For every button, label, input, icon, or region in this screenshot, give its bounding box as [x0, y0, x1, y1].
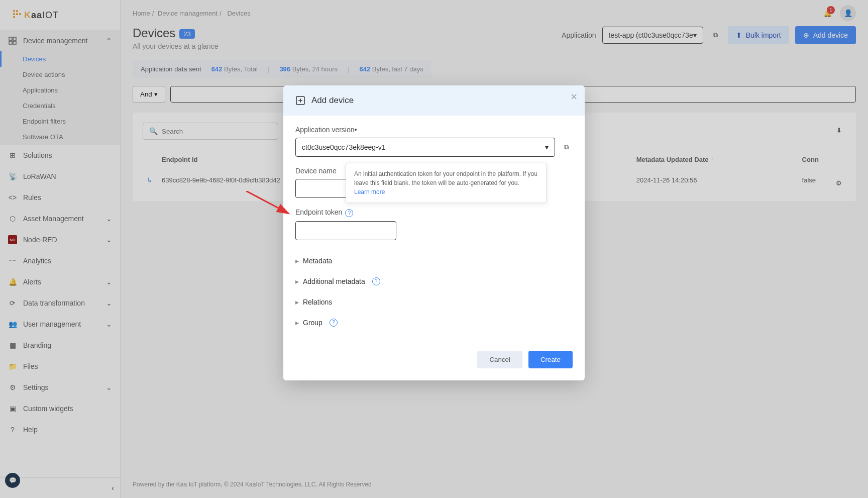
section-additional-metadata[interactable]: ▸Additional metadata? [295, 271, 573, 291]
section-label: Metadata [303, 257, 332, 265]
modal-close-button[interactable]: ✕ [570, 91, 578, 103]
add-icon [295, 95, 305, 106]
modal-footer: Cancel Create [283, 343, 585, 380]
section-relations[interactable]: ▸Relations [295, 291, 573, 312]
cancel-button[interactable]: Cancel [477, 351, 522, 368]
svg-line-10 [246, 191, 289, 214]
section-label: Group [303, 319, 322, 327]
app-version-select[interactable]: ct0c3use0qcc73ek8eeg-v1 ▾ [295, 138, 555, 157]
create-button[interactable]: Create [528, 351, 573, 368]
add-device-modal: ✕ Add device Application version• ct0c3u… [283, 85, 585, 380]
section-label: Additional metadata [303, 277, 365, 285]
tooltip-learn-more-link[interactable]: Learn more [354, 188, 385, 195]
endpoint-token-input[interactable] [295, 221, 396, 240]
modal-overlay[interactable]: ✕ Add device Application version• ct0c3u… [0, 0, 868, 498]
section-group[interactable]: ▸Group? [295, 312, 573, 333]
app-version-value: ct0c3use0qcc73ek8eeg-v1 [302, 143, 386, 151]
app-version-label: Application version• [295, 126, 573, 134]
endpoint-token-label: Endpoint token? [295, 208, 573, 217]
section-metadata[interactable]: ▸Metadata [295, 250, 573, 271]
modal-title: Add device [311, 95, 354, 106]
help-icon[interactable]: ? [372, 277, 380, 285]
caret-down-icon: ▾ [545, 143, 549, 151]
caret-right-icon: ▸ [295, 319, 299, 327]
help-icon[interactable]: ? [330, 319, 338, 327]
endpoint-token-tooltip: An initial authentication token for your… [346, 163, 547, 203]
caret-right-icon: ▸ [295, 257, 299, 265]
modal-body: Application version• ct0c3use0qcc73ek8ee… [283, 116, 585, 343]
copy-icon: ⧉ [564, 143, 569, 151]
help-icon[interactable]: ? [345, 209, 353, 217]
caret-right-icon: ▸ [295, 298, 299, 306]
caret-right-icon: ▸ [295, 277, 299, 285]
copy-version-button[interactable]: ⧉ [560, 139, 573, 155]
section-label: Relations [303, 298, 332, 306]
tooltip-text: An initial authentication token for your… [354, 170, 537, 186]
modal-header: Add device [283, 85, 585, 116]
